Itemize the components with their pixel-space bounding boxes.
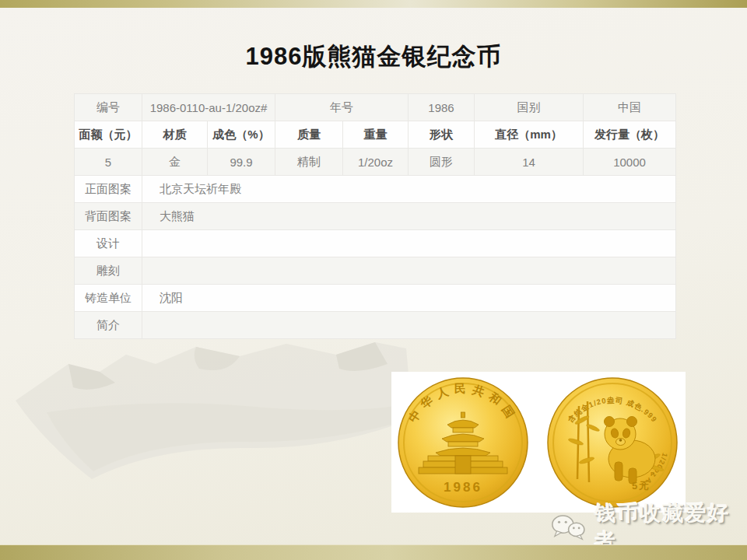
spec-table-body: 编号1986-0110-au-1/20oz#年号1986国别中国面额（元）材质成… <box>75 94 676 339</box>
table-cell: 国别 <box>475 94 584 121</box>
table-cell <box>142 312 676 339</box>
bottom-decor-bar <box>0 544 747 560</box>
table-cell: 精制 <box>275 149 343 176</box>
table-cell: 年号 <box>275 94 409 121</box>
top-decor-bar <box>0 0 747 8</box>
table-cell: 中国 <box>584 94 676 121</box>
table-cell: 1986-0110-au-1/20oz# <box>142 94 275 121</box>
table-cell: 1/20oz <box>343 149 409 176</box>
table-cell: 圆形 <box>409 149 475 176</box>
table-cell: 14 <box>475 149 584 176</box>
table-cell: 直径（mm） <box>475 121 584 149</box>
table-cell: 金 <box>142 149 208 176</box>
table-cell: 大熊猫 <box>142 203 676 230</box>
table-cell: 1986 <box>409 94 475 121</box>
table-cell: 背面图案 <box>75 203 142 230</box>
table-cell: 重量 <box>343 121 409 149</box>
table-cell: 质量 <box>275 121 343 149</box>
spec-table: 编号1986-0110-au-1/20oz#年号1986国别中国面额（元）材质成… <box>74 93 676 339</box>
coin-obverse-image: 中华人民共和国 1986 <box>397 376 529 509</box>
table-cell: 成色（%） <box>208 121 275 149</box>
table-cell: 北京天坛祈年殿 <box>142 176 676 203</box>
table-cell: 面额（元） <box>75 121 142 149</box>
table-cell: 沈阳 <box>142 285 676 312</box>
table-cell: 铸造单位 <box>75 285 142 312</box>
table-cell: 编号 <box>75 94 142 121</box>
table-cell: 设计 <box>75 230 142 257</box>
coin-mintmark-text: P <box>651 471 654 478</box>
wechat-icon <box>549 512 588 543</box>
channel-watermark: 钱币收藏爱好者 <box>549 510 747 544</box>
page-title: 1986版熊猫金银纪念币 <box>0 40 747 73</box>
table-cell: 雕刻 <box>75 257 142 285</box>
fan-painting-watermark <box>0 327 436 506</box>
coin-year-text: 1986 <box>444 480 482 495</box>
table-cell: 5 <box>75 149 142 176</box>
table-cell <box>142 257 676 285</box>
table-cell: 发行量（枚） <box>584 121 676 149</box>
table-cell: 正面图案 <box>75 176 142 203</box>
table-cell: 形状 <box>409 121 475 149</box>
table-cell: 10000 <box>584 149 676 176</box>
coin-reverse-image: 含纯金1/20盎司 成色.999 1/20oz Au <box>546 376 679 509</box>
table-cell: 简介 <box>75 312 142 339</box>
table-cell <box>142 230 676 257</box>
table-cell: 材质 <box>142 121 208 149</box>
coin-photo-panel: 中华人民共和国 1986 含纯金1/20盎司 成 <box>391 372 686 513</box>
coin-denomination-text: 5元 <box>632 480 651 492</box>
table-cell: 99.9 <box>208 149 275 176</box>
